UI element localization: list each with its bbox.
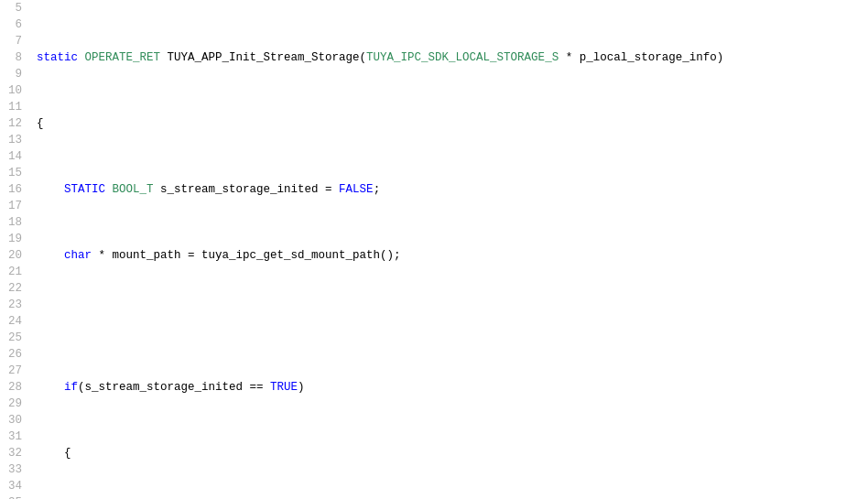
code-line-5: static OPERATE_RET TUYA_APP_Init_Stream_… xyxy=(37,49,868,66)
code-line-11: { xyxy=(37,445,868,461)
code-line-8: char * mount_path = tuya_ipc_get_sd_moun… xyxy=(37,247,868,264)
code-line-9 xyxy=(37,313,868,330)
line-numbers: 5 6 7 8 9 10 11 12 13 14 15 16 17 18 19 … xyxy=(0,0,29,499)
code-line-10: if(s_stream_storage_inited == TRUE) xyxy=(37,379,868,396)
code-content: static OPERATE_RET TUYA_APP_Init_Stream_… xyxy=(29,0,868,499)
code-line-6: { xyxy=(37,115,868,132)
code-editor: 5 6 7 8 9 10 11 12 13 14 15 16 17 18 19 … xyxy=(0,0,868,499)
code-line-7: STATIC BOOL_T s_stream_storage_inited = … xyxy=(37,181,868,198)
